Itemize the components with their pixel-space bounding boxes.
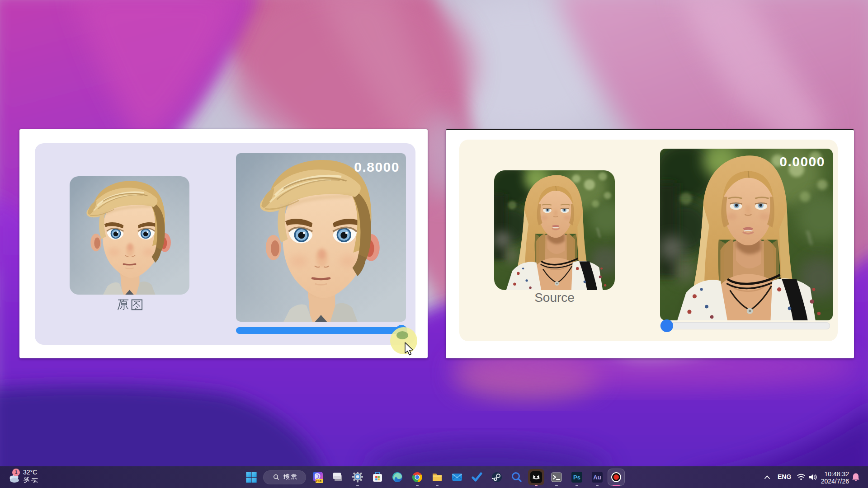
svg-text:Ps: Ps [573,474,580,481]
svg-text:PRE: PRE [316,479,323,483]
svg-text:Au: Au [593,474,601,481]
